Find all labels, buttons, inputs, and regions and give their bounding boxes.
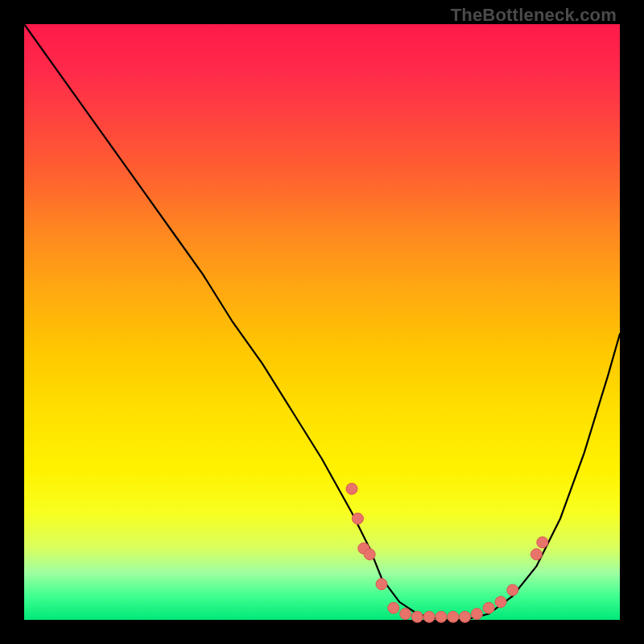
chart-svg	[24, 24, 620, 620]
bottleneck-curve	[24, 24, 620, 620]
data-point	[376, 579, 387, 590]
data-point	[507, 584, 518, 596]
data-point	[388, 602, 399, 613]
data-point	[530, 549, 542, 560]
data-point	[400, 609, 411, 620]
data-point	[436, 611, 447, 622]
data-point	[495, 597, 506, 608]
curve-path	[24, 24, 620, 620]
attribution-text: TheBottleneck.com	[451, 5, 617, 26]
data-point	[423, 611, 435, 622]
data-point	[460, 611, 471, 622]
data-point	[537, 537, 548, 548]
data-point	[364, 549, 375, 560]
data-point	[471, 609, 482, 620]
data-points	[346, 483, 548, 622]
data-point	[346, 483, 357, 494]
data-point	[483, 602, 494, 613]
data-point	[448, 611, 459, 622]
chart-frame: TheBottleneck.com	[0, 0, 644, 644]
data-point	[352, 513, 363, 524]
data-point	[411, 611, 423, 622]
